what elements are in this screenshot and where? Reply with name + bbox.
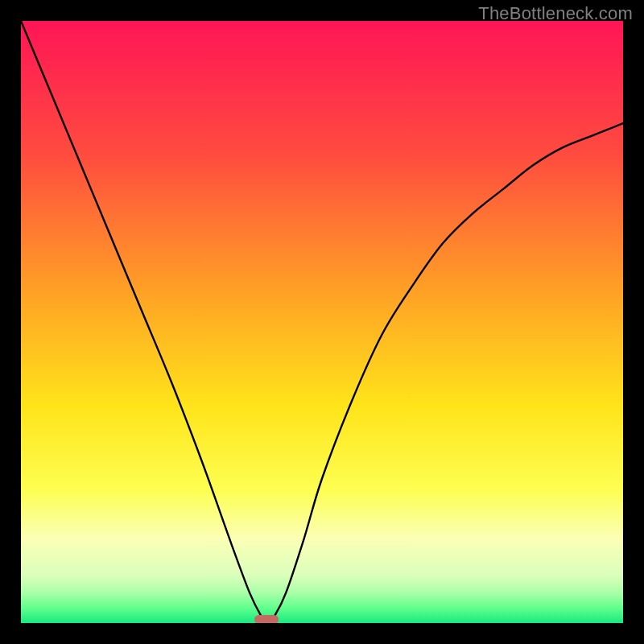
figure-root: TheBottleneck.com [0,0,644,644]
plot-area [21,21,623,623]
watermark-text: TheBottleneck.com [478,3,633,24]
curve-path [21,21,623,623]
optimum-marker [254,615,279,623]
bottleneck-curve [21,21,623,623]
